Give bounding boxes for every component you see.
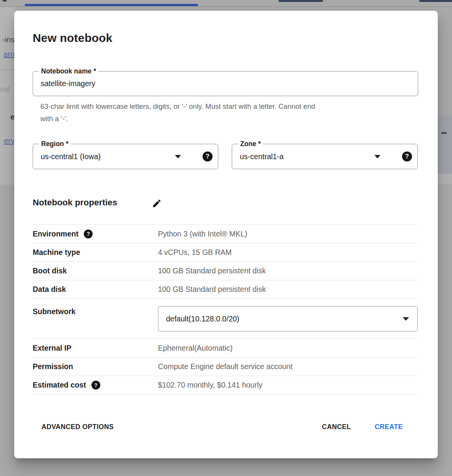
- environment-help-icon[interactable]: ?: [84, 230, 93, 238]
- background-left-content: -ins arn val e ery: [0, 7, 15, 185]
- row-label: Subnetwork: [33, 307, 158, 316]
- chevron-down-icon[interactable]: [374, 155, 381, 158]
- notebook-name-helper-text: 63-char limit with lowercase letters, di…: [40, 100, 409, 125]
- row-value: 100 GB Standard persistent disk: [158, 266, 266, 275]
- background-dark-element: [419, 0, 452, 2]
- table-row-permission: Permission Compute Engine default servic…: [33, 357, 418, 376]
- dialog-action-bar: CANCEL CREATE: [322, 423, 403, 431]
- chevron-down-icon[interactable]: [175, 155, 181, 158]
- region-select[interactable]: Region * us-central1 (Iowa) ?: [33, 144, 218, 169]
- background-right-band: [438, 174, 452, 184]
- chevron-down-icon[interactable]: [403, 317, 409, 321]
- row-label: Estimated cost: [33, 381, 86, 389]
- row-value: 4 vCPUs, 15 GB RAM: [158, 248, 232, 257]
- helper-line: 63-char limit with lowercase letters, di…: [40, 100, 409, 113]
- row-label: Data disk: [33, 285, 158, 294]
- row-value: $102.70 monthly, $0.141 hourly: [158, 381, 263, 389]
- row-value: 100 GB Standard persistent disk: [158, 285, 266, 294]
- background-text-fragment: e: [0, 113, 15, 121]
- background-link-fragment: arn: [0, 50, 15, 59]
- row-label: External IP: [33, 344, 158, 353]
- row-label: Permission: [33, 362, 158, 371]
- row-label: Environment: [33, 230, 78, 238]
- row-value: Ephemeral(Automatic): [158, 344, 233, 353]
- advanced-options-button[interactable]: ADVANCED OPTIONS: [42, 423, 114, 431]
- table-row-machine-type: Machine type 4 vCPUs, 15 GB RAM: [33, 243, 418, 261]
- subnetwork-select[interactable]: default(10.128.0.0/20): [158, 306, 418, 331]
- helper-line: with a '-'.: [40, 113, 409, 125]
- background-text-fragment: -ins: [0, 35, 15, 44]
- background-link-fragment: ery: [0, 136, 15, 145]
- row-label: Machine type: [33, 248, 158, 257]
- background-divider: [0, 6, 452, 7]
- cancel-button[interactable]: CANCEL: [322, 423, 351, 431]
- subnetwork-value: default(10.128.0.0/20): [166, 306, 239, 331]
- row-label: Boot disk: [33, 266, 158, 275]
- row-value: Python 3 (with Intel® MKL): [158, 230, 247, 238]
- table-row-data-disk: Data disk 100 GB Standard persistent dis…: [33, 280, 418, 298]
- background-dark-element: [3, 0, 7, 2]
- background-divider: [0, 70, 15, 70]
- notebook-properties-heading: Notebook properties: [33, 198, 117, 208]
- row-value: Compute Engine default service account: [158, 362, 292, 371]
- table-row-external-ip: External IP Ephemeral(Automatic): [33, 338, 418, 357]
- dialog-title: New notebook: [33, 32, 112, 45]
- background-dark-element: [279, 0, 323, 2]
- table-row-estimated-cost: Estimated cost ? $102.70 monthly, $0.141…: [33, 376, 418, 394]
- zone-select[interactable]: Zone * us-central1-a ?: [232, 144, 418, 169]
- background-right-band: [438, 115, 452, 174]
- table-row-boot-disk: Boot disk 100 GB Standard persistent dis…: [33, 261, 418, 280]
- create-button[interactable]: CREATE: [375, 423, 403, 431]
- new-notebook-dialog: New notebook Notebook name * satellite-i…: [14, 11, 438, 458]
- notebook-name-field[interactable]: Notebook name * satellite-imagery: [33, 71, 418, 96]
- notebook-name-value[interactable]: satellite-imagery: [41, 72, 402, 96]
- zone-help-icon[interactable]: ?: [402, 151, 412, 161]
- notebook-properties-table: Environment ? Python 3 (with Intel® MKL)…: [33, 224, 418, 394]
- background-text-fragment: val: [0, 85, 15, 94]
- edit-pencil-icon[interactable]: [152, 198, 162, 208]
- table-row-environment: Environment ? Python 3 (with Intel® MKL): [33, 224, 418, 243]
- background-dash: [441, 132, 447, 134]
- region-help-icon[interactable]: ?: [203, 151, 213, 161]
- estimated-cost-help-icon[interactable]: ?: [91, 381, 100, 389]
- table-row-subnetwork: Subnetwork default(10.128.0.0/20): [33, 298, 418, 338]
